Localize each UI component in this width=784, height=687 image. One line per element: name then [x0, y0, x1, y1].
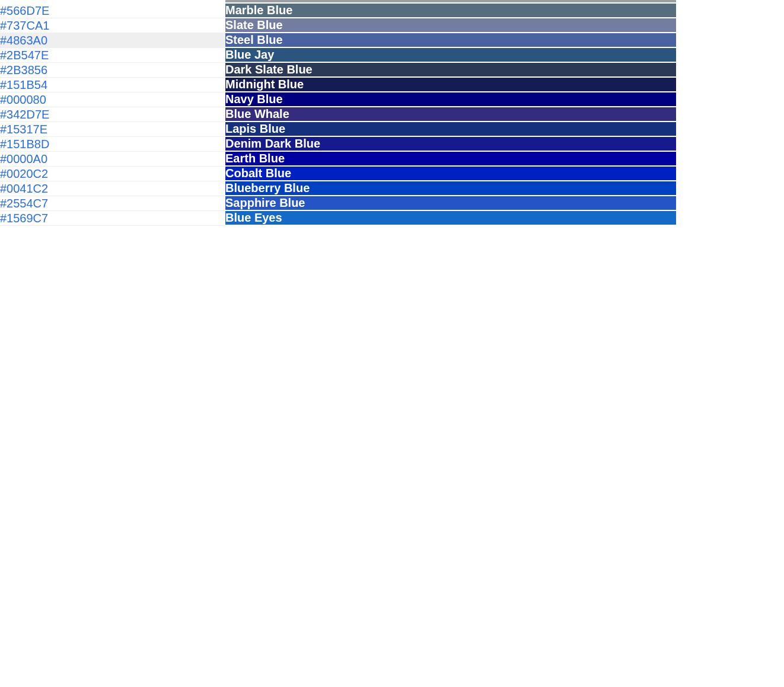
color-swatch[interactable]: Blue Eyes — [225, 211, 676, 226]
hex-cell: #151B54 — [0, 78, 225, 92]
color-table-body: #566D7EMarble Blue#737CA1Slate Blue#4863… — [0, 4, 676, 226]
table-row: #4863A0Steel Blue — [0, 33, 676, 48]
table-row: #0020C2Cobalt Blue — [0, 167, 676, 181]
color-swatch[interactable]: Blueberry Blue — [225, 181, 676, 196]
table-row: #342D7EBlue Whale — [0, 107, 676, 122]
hex-link[interactable]: #2B547E — [0, 49, 49, 62]
hex-link[interactable]: #566D7E — [0, 4, 49, 17]
hex-link[interactable]: #342D7E — [0, 108, 49, 121]
table-row: #000080Navy Blue — [0, 92, 676, 107]
color-swatch[interactable]: Cobalt Blue — [225, 167, 676, 181]
color-swatch[interactable]: Sapphire Blue — [225, 196, 676, 211]
color-swatch[interactable]: Blue Whale — [225, 107, 676, 122]
color-swatch[interactable]: Lapis Blue — [225, 122, 676, 137]
color-swatch[interactable]: Navy Blue — [225, 92, 676, 107]
hex-cell: #2554C7 — [0, 196, 225, 211]
hex-cell: #2B547E — [0, 48, 225, 63]
table-row: #1569C7Blue Eyes — [0, 211, 676, 226]
color-swatch[interactable]: Dark Slate Blue — [225, 63, 676, 78]
table-row: #2B3856Dark Slate Blue — [0, 63, 676, 78]
table-row: #15317ELapis Blue — [0, 122, 676, 137]
hex-link[interactable]: #2554C7 — [0, 197, 48, 210]
color-swatch[interactable]: Steel Blue — [225, 33, 676, 48]
hex-link[interactable]: #0020C2 — [0, 167, 48, 180]
hex-cell: #000080 — [0, 92, 225, 107]
hex-cell: #4863A0 — [0, 33, 225, 48]
hex-cell: #342D7E — [0, 107, 225, 122]
color-swatch[interactable]: Denim Dark Blue — [225, 137, 676, 152]
table-row: #0041C2Blueberry Blue — [0, 181, 676, 196]
hex-link[interactable]: #151B54 — [0, 78, 47, 91]
color-swatch[interactable]: Midnight Blue — [225, 78, 676, 92]
hex-cell: #566D7E — [0, 4, 225, 18]
hex-cell: #0000A0 — [0, 152, 225, 167]
hex-link[interactable]: #2B3856 — [0, 63, 47, 76]
color-swatch[interactable]: Marble Blue — [225, 4, 676, 18]
hex-cell: #15317E — [0, 122, 225, 137]
hex-link[interactable]: #15317E — [0, 123, 47, 136]
hex-cell: #0020C2 — [0, 167, 225, 181]
table-row: #737CA1Slate Blue — [0, 18, 676, 33]
hex-link[interactable]: #4863A0 — [0, 34, 47, 47]
table-row: #0000A0Earth Blue — [0, 152, 676, 167]
color-table: #566D7EMarble Blue#737CA1Slate Blue#4863… — [0, 4, 676, 226]
hex-cell: #151B8D — [0, 137, 225, 152]
table-row: #151B8DDenim Dark Blue — [0, 137, 676, 152]
hex-cell: #737CA1 — [0, 18, 225, 33]
hex-link[interactable]: #1569C7 — [0, 212, 48, 225]
hex-cell: #2B3856 — [0, 63, 225, 78]
color-table-container: #566D7EMarble Blue#737CA1Slate Blue#4863… — [0, 0, 784, 250]
hex-link[interactable]: #0000A0 — [0, 152, 47, 165]
color-swatch[interactable]: Blue Jay — [225, 48, 676, 63]
hex-link[interactable]: #000080 — [0, 93, 46, 106]
hex-link[interactable]: #737CA1 — [0, 19, 49, 32]
color-swatch[interactable]: Earth Blue — [225, 152, 676, 167]
hex-link[interactable]: #151B8D — [0, 138, 49, 151]
table-row: #566D7EMarble Blue — [0, 4, 676, 18]
color-swatch[interactable]: Slate Blue — [225, 18, 676, 33]
hex-link[interactable]: #0041C2 — [0, 182, 48, 195]
hex-cell: #1569C7 — [0, 211, 225, 226]
hex-cell: #0041C2 — [0, 181, 225, 196]
table-row: #2554C7Sapphire Blue — [0, 196, 676, 211]
table-row: #151B54Midnight Blue — [0, 78, 676, 92]
table-row: #2B547EBlue Jay — [0, 48, 676, 63]
